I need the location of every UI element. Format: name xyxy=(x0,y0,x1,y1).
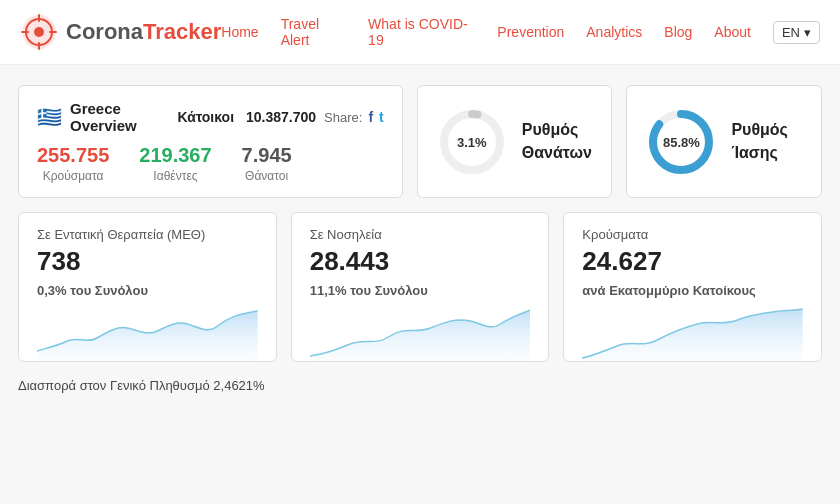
logo-corona-text: Corona xyxy=(66,19,143,44)
cases-million-title: Κρούσματα xyxy=(582,227,803,242)
twitter-icon[interactable]: t xyxy=(379,109,384,125)
main-nav: Home Travel Alert What is COVID-19 Preve… xyxy=(221,16,820,48)
cases-million-number: 24.627 xyxy=(582,246,803,277)
hospital-number: 28.443 xyxy=(310,246,531,277)
stat-than: 7.945 Θάνατοι xyxy=(242,144,292,183)
icu-title: Σε Εντατική Θεραπεία (ΜΕΘ) xyxy=(37,227,258,242)
nav-analytics[interactable]: Analytics xyxy=(586,24,642,40)
hospital-sub: 11,1% του Συνόλου xyxy=(310,283,531,298)
icu-number: 738 xyxy=(37,246,258,277)
overview-title: Greece Overview xyxy=(70,100,166,134)
krous-number: 255.755 xyxy=(37,144,109,167)
death-rate-donut: 3.1% xyxy=(436,106,508,178)
death-rate-card: 3.1% ΡυθμόςΘανάτων xyxy=(417,85,613,198)
lang-label: EN xyxy=(782,25,800,40)
nav-travel-alert[interactable]: Travel Alert xyxy=(281,16,346,48)
recovery-rate-label: ΡυθμόςΊασης xyxy=(731,119,788,164)
hospital-card: Σε Νοσηλεία 28.443 11,1% του Συνόλου xyxy=(291,212,550,362)
cases-million-card: Κρούσματα 24.627 ανά Εκατομμύριο Κατοίκο… xyxy=(563,212,822,362)
recovery-rate-percent: 85.8% xyxy=(663,134,700,149)
recovery-rate-card: 85.8% ΡυθμόςΊασης xyxy=(626,85,822,198)
cases-million-chart xyxy=(582,306,803,361)
footer-line: Διασπορά στον Γενικό Πληθυσμό 2,4621% xyxy=(18,374,822,397)
stat-krous: 255.755 Κρούσματα xyxy=(37,144,109,183)
nav-home[interactable]: Home xyxy=(221,24,258,40)
iath-label: Ιαθέντες xyxy=(139,169,211,183)
greece-flag: 🇬🇷 xyxy=(37,105,62,129)
header: CoronaTracker Home Travel Alert What is … xyxy=(0,0,840,65)
death-rate-percent: 3.1% xyxy=(457,134,487,149)
cases-million-suffix: ανά Εκατομμύριο Κατοίκους xyxy=(582,283,756,298)
share-section: Share: f t xyxy=(324,109,384,125)
icu-sub-suffix: του Συνόλου xyxy=(70,283,148,298)
iath-number: 219.367 xyxy=(139,144,211,167)
nav-prevention[interactable]: Prevention xyxy=(497,24,564,40)
share-label: Share: xyxy=(324,110,362,125)
main-content: 🇬🇷 Greece Overview Κάτοικοι 10.387.700 S… xyxy=(0,65,840,504)
than-label: Θάνατοι xyxy=(242,169,292,183)
logo-icon xyxy=(20,13,58,51)
facebook-icon[interactable]: f xyxy=(368,109,373,125)
population-value: 10.387.700 xyxy=(246,109,316,125)
footer-text: Διασπορά στον Γενικό Πληθυσμό 2,4621% xyxy=(18,378,265,393)
cases-million-sub: ανά Εκατομμύριο Κατοίκους xyxy=(582,283,803,298)
hospital-title: Σε Νοσηλεία xyxy=(310,227,531,242)
logo-tracker-text: Tracker xyxy=(143,19,221,44)
death-rate-label: ΡυθμόςΘανάτων xyxy=(522,119,592,164)
overview-header: 🇬🇷 Greece Overview Κάτοικοι 10.387.700 S… xyxy=(37,100,384,134)
chevron-down-icon: ▾ xyxy=(804,25,811,40)
nav-blog[interactable]: Blog xyxy=(664,24,692,40)
krous-label: Κρούσματα xyxy=(37,169,109,183)
overview-card: 🇬🇷 Greece Overview Κάτοικοι 10.387.700 S… xyxy=(18,85,403,198)
icu-sub: 0,3% του Συνόλου xyxy=(37,283,258,298)
hospital-sub-suffix: του Συνόλου xyxy=(350,283,428,298)
stats-row: 255.755 Κρούσματα 219.367 Ιαθέντες 7.945… xyxy=(37,144,384,183)
top-row: 🇬🇷 Greece Overview Κάτοικοι 10.387.700 S… xyxy=(18,85,822,198)
bottom-row: Σε Εντατική Θεραπεία (ΜΕΘ) 738 0,3% του … xyxy=(18,212,822,362)
population-label: Κάτοικοι xyxy=(178,109,234,125)
lang-button[interactable]: EN ▾ xyxy=(773,21,820,44)
icu-chart xyxy=(37,306,258,361)
icu-sub-value: 0,3% xyxy=(37,283,67,298)
hospital-sub-value: 11,1% xyxy=(310,283,347,298)
hospital-chart xyxy=(310,306,531,361)
stat-iath: 219.367 Ιαθέντες xyxy=(139,144,211,183)
nav-covid[interactable]: What is COVID-19 xyxy=(368,16,475,48)
svg-point-2 xyxy=(34,27,44,37)
than-number: 7.945 xyxy=(242,144,292,167)
nav-about[interactable]: About xyxy=(714,24,751,40)
icu-card: Σε Εντατική Θεραπεία (ΜΕΘ) 738 0,3% του … xyxy=(18,212,277,362)
logo[interactable]: CoronaTracker xyxy=(20,13,221,51)
recovery-rate-donut: 85.8% xyxy=(645,106,717,178)
